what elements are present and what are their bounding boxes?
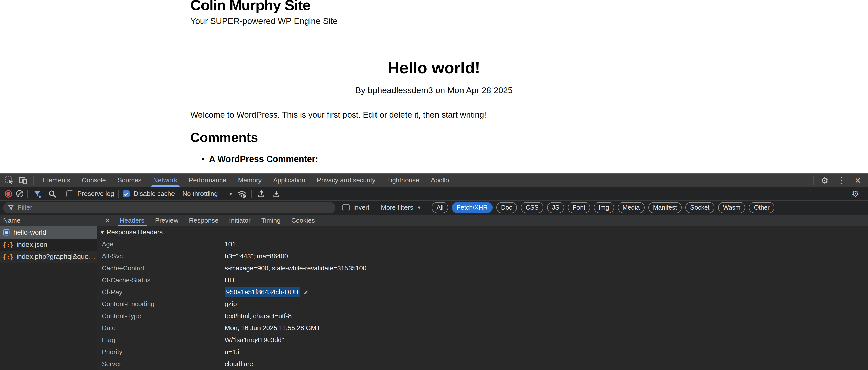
devtools-tab-performance[interactable]: Performance xyxy=(183,174,232,187)
network-filter-field[interactable] xyxy=(3,202,335,213)
list-bullet-icon: • xyxy=(202,155,205,163)
network-toolbar-right: ⚙ xyxy=(844,188,865,199)
upload-icon xyxy=(257,190,266,198)
request-details-tabbar: × Headers Preview Response Initiator Tim… xyxy=(97,215,868,226)
network-conditions-icon xyxy=(237,189,247,198)
devtools-tab-lighthouse[interactable]: Lighthouse xyxy=(381,174,425,187)
request-name: hello-world xyxy=(13,229,46,236)
filter-funnel-icon xyxy=(7,204,14,211)
header-key: Cf-Cache-Status xyxy=(97,276,225,284)
edit-header-icon[interactable] xyxy=(303,289,309,295)
export-har-button[interactable] xyxy=(271,188,282,199)
header-row-etag: Etag W/"isa1mq419e3dd" xyxy=(97,334,868,346)
throttling-select[interactable]: No throttling ▾ xyxy=(182,190,232,198)
close-request-details-button[interactable]: × xyxy=(101,216,115,225)
devtools-tab-memory[interactable]: Memory xyxy=(232,174,267,187)
toolbar-divider xyxy=(62,190,62,198)
request-name: index.php?graphql&query=q... xyxy=(17,253,97,261)
header-value: cloudflare xyxy=(225,360,253,368)
devtools-tab-sources[interactable]: Sources xyxy=(112,174,147,187)
selected-header-value: 950a1e51f86434cb-DUB xyxy=(225,287,300,297)
preserve-log-checkbox[interactable] xyxy=(66,190,73,197)
devtools-menu-button[interactable]: ⋮ xyxy=(836,175,847,186)
details-tab-preview[interactable]: Preview xyxy=(150,215,184,226)
import-har-button[interactable] xyxy=(256,188,267,199)
filter-chip-js[interactable]: JS xyxy=(547,202,564,213)
details-tab-timing[interactable]: Timing xyxy=(256,215,286,226)
clear-network-log-button[interactable] xyxy=(16,190,24,197)
header-value: 950a1e51f86434cb-DUB xyxy=(225,287,309,297)
header-row-date: Date Mon, 16 Jun 2025 11:55:28 GMT xyxy=(97,322,868,334)
header-row-alt-svc: Alt-Svc h3=":443"; ma=86400 xyxy=(97,250,868,262)
search-network-button[interactable] xyxy=(47,188,58,199)
devtools-tab-elements[interactable]: Elements xyxy=(37,174,76,187)
header-key: Alt-Svc xyxy=(97,252,225,260)
devtools-tab-apollo[interactable]: Apollo xyxy=(425,174,455,187)
name-column-label: Name xyxy=(3,217,21,224)
filter-chip-manifest[interactable]: Manifest xyxy=(648,202,682,213)
invert-checkbox[interactable] xyxy=(342,204,349,211)
header-row-cf-cache-status: Cf-Cache-Status HIT xyxy=(97,274,868,286)
details-tab-response[interactable]: Response xyxy=(184,215,224,226)
header-key: Age xyxy=(97,240,225,248)
comments-heading: Comments xyxy=(190,130,258,145)
header-row-server: Server cloudflare xyxy=(97,358,868,370)
request-row-index-php-graphql[interactable]: {:} index.php?graphql&query=q... xyxy=(0,251,97,263)
devtools-tab-console[interactable]: Console xyxy=(76,174,112,187)
devtools-tab-application[interactable]: Application xyxy=(267,174,311,187)
header-key: Content-Type xyxy=(97,312,225,320)
filter-chip-wasm[interactable]: Wasm xyxy=(718,202,745,213)
filter-chip-other[interactable]: Other xyxy=(749,202,774,213)
devtools-close-button[interactable]: × xyxy=(852,175,864,186)
filter-funnel-icon xyxy=(33,189,42,198)
network-filter-input[interactable] xyxy=(18,204,331,211)
network-conditions-button[interactable] xyxy=(236,188,247,199)
details-tab-initiator[interactable]: Initiator xyxy=(224,215,256,226)
filter-chip-media[interactable]: Media xyxy=(618,202,645,213)
header-value: s-maxage=900, stale-while-revalidate=315… xyxy=(225,264,366,272)
header-value: h3=":443"; ma=86400 xyxy=(225,252,288,260)
header-value: Mon, 16 Jun 2025 11:55:28 GMT xyxy=(225,324,320,332)
invert-filter-control: Invert xyxy=(342,204,369,211)
network-settings-button[interactable]: ⚙ xyxy=(850,188,861,199)
toolbar-divider xyxy=(374,203,374,212)
filter-chip-doc[interactable]: Doc xyxy=(496,202,517,213)
header-value: 101 xyxy=(225,240,236,248)
more-filters-dropdown[interactable]: More filters ▾ xyxy=(381,204,421,211)
disable-cache-label: Disable cache xyxy=(134,190,175,198)
filter-toggle-button[interactable] xyxy=(32,188,43,199)
chevron-down-icon: ▾ xyxy=(418,204,421,211)
devtools-tab-privacy-and-security[interactable]: Privacy and security xyxy=(311,174,381,187)
request-list-name-header[interactable]: Name xyxy=(0,215,97,226)
inspect-element-button[interactable] xyxy=(2,175,16,186)
request-row-index-json[interactable]: {:} index.json xyxy=(0,238,97,251)
filter-chip-font[interactable]: Font xyxy=(568,202,590,213)
filter-chip-fetch-xhr[interactable]: Fetch/XHR xyxy=(452,202,492,213)
gear-icon: ⚙ xyxy=(821,176,829,185)
details-tab-headers[interactable]: Headers xyxy=(115,215,150,226)
filter-chip-socket[interactable]: Socket xyxy=(685,202,714,213)
filter-chip-all[interactable]: All xyxy=(432,202,448,213)
device-toolbar-button[interactable] xyxy=(16,175,30,186)
browser-screen: Colin Murphy Site Your SUPER-powered WP … xyxy=(0,0,868,370)
header-key: Server xyxy=(97,360,225,368)
record-network-log-button[interactable] xyxy=(4,190,12,198)
request-name: index.json xyxy=(17,241,48,249)
devtools-tab-network[interactable]: Network xyxy=(147,174,183,187)
filter-chip-img[interactable]: Img xyxy=(594,202,614,213)
kebab-menu-icon: ⋮ xyxy=(837,176,845,184)
request-type-chips: All Fetch/XHR Doc CSS JS Font Img Media … xyxy=(432,202,774,213)
comment-list-item: • A WordPress Commenter: xyxy=(202,154,318,164)
header-row-priority: Priority u=1,i xyxy=(97,346,868,358)
filter-chip-css[interactable]: CSS xyxy=(521,202,543,213)
devtools-settings-button[interactable]: ⚙ xyxy=(819,175,830,186)
details-tab-cookies[interactable]: Cookies xyxy=(286,215,320,226)
disable-cache-checkbox[interactable] xyxy=(123,190,130,197)
toolbar-divider xyxy=(844,190,845,198)
request-row-hello-world[interactable]: hello-world xyxy=(0,226,97,238)
toolbar-divider xyxy=(251,190,252,198)
toolbar-divider xyxy=(118,190,119,198)
search-icon xyxy=(48,190,57,198)
toolbar-divider xyxy=(33,176,34,185)
response-headers-section-header[interactable]: ▼ Response Headers xyxy=(97,226,868,238)
